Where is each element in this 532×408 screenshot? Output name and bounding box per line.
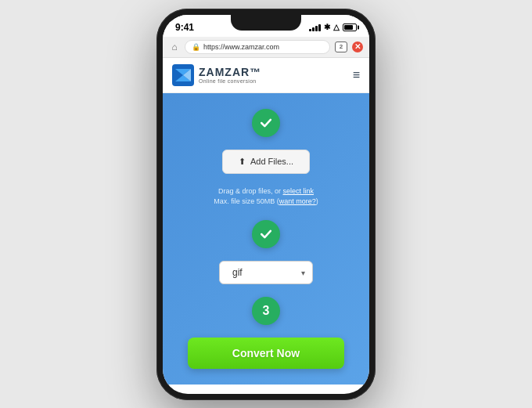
- signal-icon: [309, 23, 321, 31]
- zamzar-header: ZAMZAR™ Online file conversion ≡: [163, 58, 369, 93]
- step3-label: 3: [263, 304, 270, 318]
- select-link[interactable]: select link: [283, 187, 315, 195]
- url-text: https://www.zamzar.com: [203, 43, 279, 51]
- wifi-icon: △: [333, 23, 340, 31]
- phone-frame: 9:41 ✱ △: [156, 9, 376, 400]
- notch: [231, 15, 301, 31]
- bluetooth-icon: ✱: [324, 23, 330, 31]
- lock-icon: 🔒: [192, 43, 200, 51]
- address-bar[interactable]: 🔒 https://www.zamzar.com: [185, 40, 330, 54]
- add-files-button[interactable]: ⬆ Add Files...: [222, 150, 310, 174]
- zamzar-text-block: ZAMZAR™ Online file conversion: [199, 66, 261, 84]
- stop-button[interactable]: ✕: [352, 42, 363, 52]
- battery-icon: [343, 23, 357, 31]
- want-more-link[interactable]: want more?: [279, 197, 316, 205]
- step2-checkmark-icon: [258, 226, 274, 242]
- convert-now-button[interactable]: Convert Now: [188, 338, 344, 369]
- status-time: 9:41: [175, 22, 194, 33]
- conversion-area: ⬆ Add Files... Drag & drop files, or sel…: [163, 93, 369, 385]
- status-icons: ✱ △: [309, 23, 357, 31]
- tab-count[interactable]: 2: [335, 42, 347, 52]
- max-size-text: Max. file size 50MB (: [214, 197, 279, 205]
- drag-drop-text: Drag & drop files, or select link Max. f…: [214, 186, 318, 208]
- zamzar-logo: ZAMZAR™ Online file conversion: [172, 64, 261, 86]
- add-files-label: Add Files...: [250, 157, 293, 166]
- step2-circle: [252, 220, 280, 248]
- home-button[interactable]: ⌂: [169, 42, 180, 52]
- browser-toolbar: ⌂ 🔒 https://www.zamzar.com 2 ✕: [163, 37, 369, 57]
- status-bar: 9:41 ✱ △: [163, 15, 369, 37]
- menu-icon[interactable]: ≡: [353, 68, 360, 82]
- x-icon: ✕: [354, 42, 361, 51]
- step1-circle: [252, 109, 280, 137]
- zamzar-brand-name: ZAMZAR™: [199, 66, 261, 78]
- page-content: ZAMZAR™ Online file conversion ≡ ⬆ A: [163, 58, 369, 394]
- step3-circle: 3: [252, 297, 280, 325]
- step1-checkmark-icon: [258, 115, 274, 131]
- format-select-wrapper: gif jpg png mp4 mp3 pdf docx ▾: [219, 261, 313, 284]
- browser-chrome: ⌂ 🔒 https://www.zamzar.com 2 ✕: [163, 37, 369, 58]
- home-icon: ⌂: [171, 42, 177, 52]
- zamzar-tagline: Online file conversion: [199, 78, 261, 84]
- phone-screen: 9:41 ✱ △: [163, 15, 369, 394]
- drag-text: Drag & drop files, or: [218, 187, 281, 195]
- zamzar-logo-icon: [172, 64, 194, 86]
- format-select[interactable]: gif jpg png mp4 mp3 pdf docx: [219, 261, 313, 284]
- upload-icon: ⬆: [239, 157, 246, 167]
